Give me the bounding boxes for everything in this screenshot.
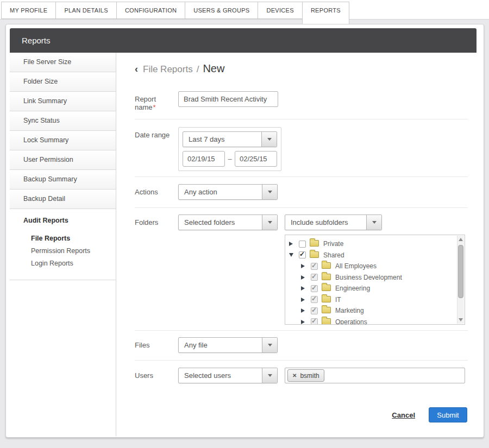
users-label: Users — [135, 368, 178, 380]
dropdown-arrow-button[interactable] — [262, 368, 277, 383]
actions-select[interactable]: Any action — [178, 184, 278, 200]
folder-checkbox[interactable] — [311, 318, 318, 325]
tree-row-shared[interactable]: Shared — [289, 250, 456, 261]
required-asterisk: * — [153, 103, 156, 111]
tab-configuration[interactable]: CONFIGURATION — [116, 2, 185, 19]
remove-user-icon[interactable]: ✕ — [292, 373, 297, 378]
sidebar-item-sync-status[interactable]: Sync Status — [10, 111, 116, 131]
expand-arrow-icon[interactable] — [301, 275, 308, 280]
chevron-down-icon — [268, 374, 272, 377]
expand-arrow-icon[interactable] — [301, 264, 308, 268]
tab-reports[interactable]: REPORTS — [302, 2, 349, 24]
tree-row-it[interactable]: IT — [289, 294, 456, 306]
sidebar-item-backup-summary[interactable]: Backup Summary — [10, 170, 116, 190]
cancel-link[interactable]: Cancel — [392, 411, 415, 419]
panel-header: Reports — [10, 28, 477, 53]
expand-arrow-icon[interactable] — [301, 320, 308, 324]
tab-devices[interactable]: DEVICES — [258, 2, 302, 19]
folders-mode-select[interactable]: Selected folders — [178, 214, 278, 230]
tree-row-business-development[interactable]: Business Development — [289, 272, 456, 283]
collapse-arrow-icon[interactable] — [289, 253, 296, 257]
tree-label: Marketing — [335, 307, 364, 314]
report-name-input[interactable] — [178, 91, 278, 107]
users-mode-value: Selected users — [179, 371, 231, 380]
tree-label: Engineering — [335, 285, 370, 292]
submit-button[interactable]: Submit — [429, 407, 467, 422]
start-date-input[interactable] — [183, 151, 225, 167]
folder-icon — [310, 240, 319, 247]
dropdown-arrow-button[interactable] — [262, 215, 277, 230]
files-select[interactable]: Any file — [178, 337, 278, 353]
folder-icon — [322, 307, 331, 313]
reports-panel: Reports File Server Size Folder Size Lin… — [5, 24, 484, 438]
scrollbar-thumb[interactable] — [458, 245, 463, 298]
folder-icon — [310, 251, 319, 258]
dropdown-arrow-button[interactable] — [262, 338, 277, 352]
folder-checkbox[interactable] — [311, 296, 318, 303]
tree-label: Shared — [323, 251, 344, 259]
audit-reports-heading: Audit Reports — [10, 217, 116, 224]
chevron-down-icon — [268, 191, 272, 193]
dropdown-arrow-button[interactable] — [262, 185, 277, 199]
tree-label: IT — [335, 296, 341, 304]
sidebar-audit-section: Audit Reports File Reports Permission Re… — [10, 209, 116, 280]
files-label: Files — [135, 337, 178, 349]
user-chip-text: bsmith — [300, 372, 319, 380]
folders-row: Folders Selected folders Include subfold… — [135, 208, 468, 331]
user-chip: ✕ bsmith — [287, 369, 324, 382]
dropdown-arrow-button[interactable] — [261, 132, 277, 147]
report-name-label: Report name* — [135, 91, 178, 111]
users-input[interactable]: ✕ bsmith — [285, 368, 465, 383]
date-preset-select[interactable]: Last 7 days — [183, 131, 277, 147]
tab-users-groups[interactable]: USERS & GROUPS — [185, 2, 258, 19]
tab-my-profile[interactable]: MY PROFILE — [1, 2, 56, 19]
folder-checkbox[interactable] — [311, 307, 318, 314]
subfolders-select[interactable]: Include subfolders — [285, 214, 382, 230]
dropdown-arrow-button[interactable] — [366, 215, 381, 230]
breadcrumb-parent-link[interactable]: File Reports — [143, 64, 193, 75]
folder-icon — [322, 262, 331, 269]
sidebar-item-backup-detail[interactable]: Backup Detail — [10, 190, 116, 209]
expand-arrow-icon[interactable] — [301, 298, 308, 302]
expand-arrow-icon[interactable] — [301, 308, 308, 313]
folder-checkbox[interactable] — [299, 241, 306, 248]
chevron-down-icon — [372, 221, 377, 224]
back-chevron-icon[interactable]: ‹ — [135, 64, 138, 75]
expand-arrow-icon[interactable] — [289, 242, 296, 246]
sidebar-item-lock-summary[interactable]: Lock Summary — [10, 131, 116, 150]
tree-row-private[interactable]: Private — [289, 238, 456, 250]
folder-checkbox[interactable] — [311, 285, 318, 292]
form-footer: Cancel Submit — [135, 407, 468, 422]
sidebar-item-folder-size[interactable]: Folder Size — [10, 72, 116, 92]
folder-icon — [322, 318, 331, 325]
tree-row-all-employees[interactable]: All Employees — [289, 261, 456, 272]
folders-label: Folders — [135, 214, 178, 226]
sidebar-item-user-permission[interactable]: User Permission — [10, 150, 116, 170]
folder-tree: Private Shared — [285, 235, 465, 325]
folder-icon — [322, 296, 331, 302]
expand-arrow-icon[interactable] — [301, 286, 308, 291]
sidebar-item-link-summary[interactable]: Link Summary — [10, 92, 116, 111]
scroll-down-icon[interactable] — [459, 318, 463, 321]
sidebar-item-file-server-size[interactable]: File Server Size — [10, 53, 116, 72]
sidebar-item-file-reports[interactable]: File Reports — [10, 232, 116, 245]
scroll-up-icon[interactable] — [459, 238, 463, 241]
tree-scrollbar[interactable] — [457, 236, 464, 324]
folders-mode-value: Selected folders — [179, 218, 235, 226]
chevron-down-icon — [268, 344, 272, 346]
tree-row-operations[interactable]: Operations — [289, 317, 456, 325]
date-range-dash: – — [225, 155, 235, 163]
folder-checkbox[interactable] — [311, 274, 318, 281]
sidebar-item-login-reports[interactable]: Login Reports — [10, 257, 116, 270]
files-row: Files Any file — [135, 331, 468, 361]
users-mode-select[interactable]: Selected users — [178, 368, 278, 383]
tree-row-marketing[interactable]: Marketing — [289, 305, 456, 317]
breadcrumb-separator: / — [197, 64, 199, 75]
subfolders-value: Include subfolders — [285, 218, 348, 226]
tree-row-engineering[interactable]: Engineering — [289, 283, 456, 294]
tab-plan-details[interactable]: PLAN DETAILS — [55, 2, 116, 19]
sidebar-item-permission-reports[interactable]: Permission Reports — [10, 245, 116, 257]
folder-checkbox[interactable] — [311, 263, 318, 270]
end-date-input[interactable] — [235, 151, 277, 167]
folder-checkbox[interactable] — [299, 251, 306, 258]
